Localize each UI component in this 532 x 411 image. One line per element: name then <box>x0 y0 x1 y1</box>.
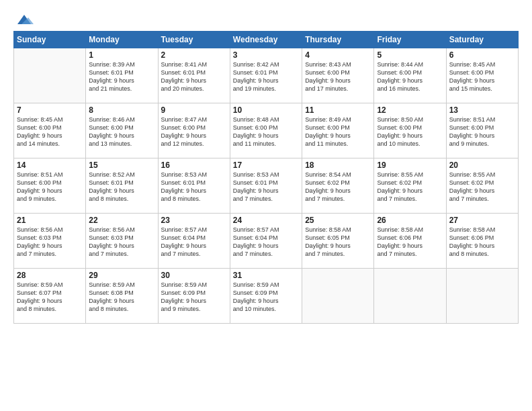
day-number: 18 <box>305 161 371 170</box>
day-info: Sunrise: 8:58 AMSunset: 6:05 PMDaylight:… <box>305 226 371 259</box>
day-header-tuesday: Tuesday <box>158 32 230 48</box>
day-number: 17 <box>233 161 299 170</box>
calendar-cell: 3Sunrise: 8:42 AMSunset: 6:01 PMDaylight… <box>230 48 302 103</box>
calendar-cell: 2Sunrise: 8:41 AMSunset: 6:01 PMDaylight… <box>158 48 230 103</box>
calendar-cell: 17Sunrise: 8:53 AMSunset: 6:01 PMDayligh… <box>230 158 302 214</box>
calendar-cell: 13Sunrise: 8:51 AMSunset: 6:00 PMDayligh… <box>446 103 518 158</box>
day-info: Sunrise: 8:55 AMSunset: 6:02 PMDaylight:… <box>449 171 515 203</box>
calendar-week-3: 21Sunrise: 8:56 AMSunset: 6:03 PMDayligh… <box>14 214 519 269</box>
day-info: Sunrise: 8:51 AMSunset: 6:00 PMDaylight:… <box>17 171 83 203</box>
day-number: 16 <box>161 161 227 170</box>
calendar: SundayMondayTuesdayWednesdayThursdayFrid… <box>13 31 519 324</box>
day-info: Sunrise: 8:59 AMSunset: 6:07 PMDaylight:… <box>17 281 83 314</box>
logo <box>13 12 34 24</box>
day-info: Sunrise: 8:43 AMSunset: 6:00 PMDaylight:… <box>305 60 371 93</box>
day-number: 31 <box>233 271 299 280</box>
calendar-cell: 18Sunrise: 8:54 AMSunset: 6:02 PMDayligh… <box>302 158 374 214</box>
calendar-cell: 20Sunrise: 8:55 AMSunset: 6:02 PMDayligh… <box>446 158 518 214</box>
page: SundayMondayTuesdayWednesdayThursdayFrid… <box>0 0 532 411</box>
calendar-cell: 4Sunrise: 8:43 AMSunset: 6:00 PMDaylight… <box>302 48 374 103</box>
day-number: 22 <box>89 216 154 225</box>
day-info: Sunrise: 8:53 AMSunset: 6:01 PMDaylight:… <box>161 171 227 203</box>
day-info: Sunrise: 8:53 AMSunset: 6:01 PMDaylight:… <box>233 171 299 203</box>
day-number: 27 <box>449 216 515 225</box>
day-number: 10 <box>233 105 299 115</box>
calendar-week-0: 1Sunrise: 8:39 AMSunset: 6:01 PMDaylight… <box>14 48 519 103</box>
logo-icon <box>15 12 34 27</box>
day-header-thursday: Thursday <box>302 32 374 48</box>
day-info: Sunrise: 8:49 AMSunset: 6:00 PMDaylight:… <box>305 116 371 148</box>
calendar-cell: 26Sunrise: 8:58 AMSunset: 6:06 PMDayligh… <box>374 214 446 269</box>
day-info: Sunrise: 8:44 AMSunset: 6:00 PMDaylight:… <box>377 60 443 93</box>
calendar-cell: 11Sunrise: 8:49 AMSunset: 6:00 PMDayligh… <box>302 103 374 158</box>
day-info: Sunrise: 8:47 AMSunset: 6:00 PMDaylight:… <box>161 116 227 148</box>
day-info: Sunrise: 8:52 AMSunset: 6:01 PMDaylight:… <box>89 171 154 203</box>
day-info: Sunrise: 8:54 AMSunset: 6:02 PMDaylight:… <box>305 171 371 203</box>
day-number: 15 <box>89 161 154 170</box>
day-number: 12 <box>377 105 443 115</box>
day-info: Sunrise: 8:59 AMSunset: 6:09 PMDaylight:… <box>161 281 227 314</box>
calendar-cell <box>302 269 374 324</box>
day-info: Sunrise: 8:45 AMSunset: 6:00 PMDaylight:… <box>449 60 515 93</box>
day-number: 26 <box>377 216 443 225</box>
calendar-cell: 14Sunrise: 8:51 AMSunset: 6:00 PMDayligh… <box>14 158 86 214</box>
calendar-cell: 31Sunrise: 8:59 AMSunset: 6:09 PMDayligh… <box>230 269 302 324</box>
calendar-cell: 9Sunrise: 8:47 AMSunset: 6:00 PMDaylight… <box>158 103 230 158</box>
day-info: Sunrise: 8:55 AMSunset: 6:02 PMDaylight:… <box>377 171 443 203</box>
day-number: 9 <box>161 105 227 115</box>
day-number: 2 <box>161 50 227 60</box>
day-info: Sunrise: 8:58 AMSunset: 6:06 PMDaylight:… <box>377 226 443 259</box>
day-info: Sunrise: 8:41 AMSunset: 6:01 PMDaylight:… <box>161 60 227 93</box>
day-number: 21 <box>17 216 83 225</box>
calendar-cell: 16Sunrise: 8:53 AMSunset: 6:01 PMDayligh… <box>158 158 230 214</box>
calendar-cell: 25Sunrise: 8:58 AMSunset: 6:05 PMDayligh… <box>302 214 374 269</box>
calendar-header-row: SundayMondayTuesdayWednesdayThursdayFrid… <box>14 32 519 48</box>
day-header-sunday: Sunday <box>14 32 86 48</box>
day-number: 29 <box>89 271 154 280</box>
calendar-cell: 24Sunrise: 8:57 AMSunset: 6:04 PMDayligh… <box>230 214 302 269</box>
calendar-cell: 10Sunrise: 8:48 AMSunset: 6:00 PMDayligh… <box>230 103 302 158</box>
calendar-cell <box>14 48 86 103</box>
day-number: 4 <box>305 50 371 60</box>
day-info: Sunrise: 8:59 AMSunset: 6:08 PMDaylight:… <box>89 281 154 314</box>
day-header-wednesday: Wednesday <box>230 32 302 48</box>
calendar-cell: 23Sunrise: 8:57 AMSunset: 6:04 PMDayligh… <box>158 214 230 269</box>
day-info: Sunrise: 8:48 AMSunset: 6:00 PMDaylight:… <box>233 116 299 148</box>
calendar-cell: 7Sunrise: 8:45 AMSunset: 6:00 PMDaylight… <box>14 103 86 158</box>
calendar-cell: 22Sunrise: 8:56 AMSunset: 6:03 PMDayligh… <box>86 214 158 269</box>
calendar-cell: 1Sunrise: 8:39 AMSunset: 6:01 PMDaylight… <box>86 48 158 103</box>
day-info: Sunrise: 8:39 AMSunset: 6:01 PMDaylight:… <box>89 60 154 93</box>
calendar-cell: 5Sunrise: 8:44 AMSunset: 6:00 PMDaylight… <box>374 48 446 103</box>
day-info: Sunrise: 8:45 AMSunset: 6:00 PMDaylight:… <box>17 116 83 148</box>
day-header-saturday: Saturday <box>446 32 518 48</box>
day-number: 14 <box>17 161 83 170</box>
day-info: Sunrise: 8:56 AMSunset: 6:03 PMDaylight:… <box>89 226 154 259</box>
day-number: 13 <box>449 105 515 115</box>
calendar-cell: 30Sunrise: 8:59 AMSunset: 6:09 PMDayligh… <box>158 269 230 324</box>
day-info: Sunrise: 8:59 AMSunset: 6:09 PMDaylight:… <box>233 281 299 314</box>
calendar-week-4: 28Sunrise: 8:59 AMSunset: 6:07 PMDayligh… <box>14 269 519 324</box>
calendar-week-2: 14Sunrise: 8:51 AMSunset: 6:00 PMDayligh… <box>14 158 519 214</box>
calendar-week-1: 7Sunrise: 8:45 AMSunset: 6:00 PMDaylight… <box>14 103 519 158</box>
calendar-cell: 8Sunrise: 8:46 AMSunset: 6:00 PMDaylight… <box>86 103 158 158</box>
calendar-cell: 28Sunrise: 8:59 AMSunset: 6:07 PMDayligh… <box>14 269 86 324</box>
day-info: Sunrise: 8:57 AMSunset: 6:04 PMDaylight:… <box>161 226 227 259</box>
day-info: Sunrise: 8:42 AMSunset: 6:01 PMDaylight:… <box>233 60 299 93</box>
calendar-cell: 27Sunrise: 8:58 AMSunset: 6:06 PMDayligh… <box>446 214 518 269</box>
day-number: 30 <box>161 271 227 280</box>
day-info: Sunrise: 8:50 AMSunset: 6:00 PMDaylight:… <box>377 116 443 148</box>
day-info: Sunrise: 8:51 AMSunset: 6:00 PMDaylight:… <box>449 116 515 148</box>
calendar-cell <box>446 269 518 324</box>
day-info: Sunrise: 8:56 AMSunset: 6:03 PMDaylight:… <box>17 226 83 259</box>
day-number: 11 <box>305 105 371 115</box>
calendar-cell: 21Sunrise: 8:56 AMSunset: 6:03 PMDayligh… <box>14 214 86 269</box>
day-header-friday: Friday <box>374 32 446 48</box>
day-number: 3 <box>233 50 299 60</box>
day-number: 24 <box>233 216 299 225</box>
day-number: 5 <box>377 50 443 60</box>
day-number: 8 <box>89 105 154 115</box>
day-number: 7 <box>17 105 83 115</box>
day-info: Sunrise: 8:46 AMSunset: 6:00 PMDaylight:… <box>89 116 154 148</box>
day-number: 20 <box>449 161 515 170</box>
calendar-cell <box>374 269 446 324</box>
